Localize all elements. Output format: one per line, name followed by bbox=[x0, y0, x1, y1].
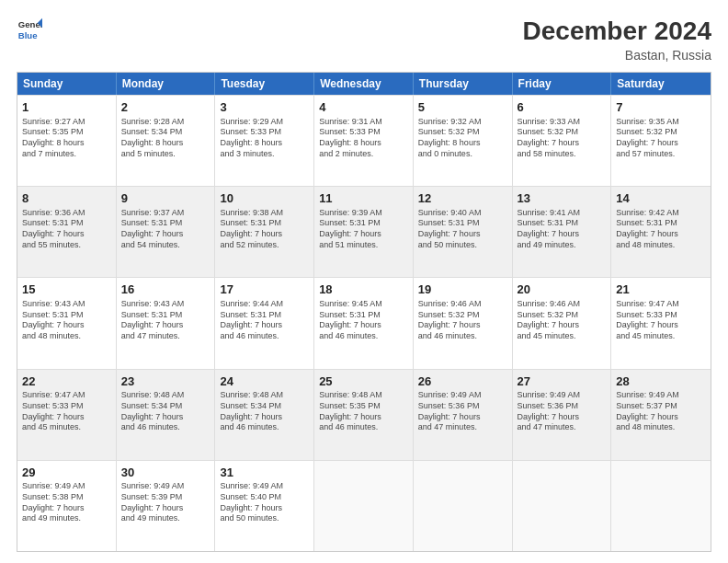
calendar-cell bbox=[611, 461, 711, 551]
calendar-row: 8Sunrise: 9:36 AMSunset: 5:31 PMDaylight… bbox=[17, 186, 711, 277]
day-number: 8 bbox=[22, 190, 111, 207]
logo-icon: General Blue bbox=[17, 17, 42, 42]
calendar-cell: 13Sunrise: 9:41 AMSunset: 5:31 PMDayligh… bbox=[513, 187, 612, 277]
cell-details: Sunrise: 9:44 AMSunset: 5:31 PMDaylight:… bbox=[220, 299, 309, 342]
day-number: 9 bbox=[121, 190, 210, 207]
weekday-header: Friday bbox=[513, 73, 612, 95]
calendar-cell: 25Sunrise: 9:48 AMSunset: 5:35 PMDayligh… bbox=[314, 370, 414, 460]
day-number: 14 bbox=[616, 190, 706, 207]
day-number: 21 bbox=[616, 282, 706, 298]
calendar-cell bbox=[314, 461, 414, 551]
cell-details: Sunrise: 9:40 AMSunset: 5:31 PMDaylight:… bbox=[418, 208, 507, 251]
day-number: 25 bbox=[319, 373, 408, 390]
cell-details: Sunrise: 9:28 AMSunset: 5:34 PMDaylight:… bbox=[121, 117, 210, 160]
cell-details: Sunrise: 9:36 AMSunset: 5:31 PMDaylight:… bbox=[22, 208, 111, 251]
day-number: 5 bbox=[418, 99, 507, 116]
cell-details: Sunrise: 9:45 AMSunset: 5:31 PMDaylight:… bbox=[319, 299, 408, 342]
calendar-cell: 28Sunrise: 9:49 AMSunset: 5:37 PMDayligh… bbox=[611, 370, 711, 460]
svg-text:Blue: Blue bbox=[18, 30, 38, 40]
calendar-cell: 16Sunrise: 9:43 AMSunset: 5:31 PMDayligh… bbox=[117, 278, 216, 368]
cell-details: Sunrise: 9:43 AMSunset: 5:31 PMDaylight:… bbox=[121, 299, 210, 342]
weekday-header: Monday bbox=[117, 73, 216, 95]
calendar: SundayMondayTuesdayWednesdayThursdayFrid… bbox=[17, 72, 711, 552]
cell-details: Sunrise: 9:46 AMSunset: 5:32 PMDaylight:… bbox=[418, 299, 507, 342]
cell-details: Sunrise: 9:38 AMSunset: 5:31 PMDaylight:… bbox=[220, 208, 309, 251]
cell-details: Sunrise: 9:49 AMSunset: 5:36 PMDaylight:… bbox=[518, 390, 607, 433]
calendar-cell: 30Sunrise: 9:49 AMSunset: 5:39 PMDayligh… bbox=[117, 461, 216, 551]
calendar-cell: 10Sunrise: 9:38 AMSunset: 5:31 PMDayligh… bbox=[215, 187, 314, 277]
cell-details: Sunrise: 9:48 AMSunset: 5:34 PMDaylight:… bbox=[121, 390, 210, 433]
cell-details: Sunrise: 9:49 AMSunset: 5:40 PMDaylight:… bbox=[220, 481, 309, 524]
weekday-header: Thursday bbox=[414, 73, 513, 95]
weekday-header: Wednesday bbox=[314, 73, 414, 95]
weekday-header: Tuesday bbox=[215, 73, 314, 95]
cell-details: Sunrise: 9:48 AMSunset: 5:35 PMDaylight:… bbox=[319, 390, 408, 433]
calendar-cell: 12Sunrise: 9:40 AMSunset: 5:31 PMDayligh… bbox=[414, 187, 513, 277]
cell-details: Sunrise: 9:35 AMSunset: 5:32 PMDaylight:… bbox=[616, 117, 706, 160]
cell-details: Sunrise: 9:47 AMSunset: 5:33 PMDaylight:… bbox=[616, 299, 706, 342]
cell-details: Sunrise: 9:49 AMSunset: 5:36 PMDaylight:… bbox=[418, 390, 507, 433]
calendar-cell: 6Sunrise: 9:33 AMSunset: 5:32 PMDaylight… bbox=[513, 96, 612, 186]
day-number: 28 bbox=[616, 373, 706, 390]
calendar-cell: 29Sunrise: 9:49 AMSunset: 5:38 PMDayligh… bbox=[17, 461, 117, 551]
day-number: 29 bbox=[22, 465, 111, 481]
day-number: 10 bbox=[220, 190, 309, 207]
calendar-cell: 7Sunrise: 9:35 AMSunset: 5:32 PMDaylight… bbox=[611, 96, 711, 186]
cell-details: Sunrise: 9:48 AMSunset: 5:34 PMDaylight:… bbox=[220, 390, 309, 433]
calendar-cell: 3Sunrise: 9:29 AMSunset: 5:33 PMDaylight… bbox=[215, 96, 314, 186]
cell-details: Sunrise: 9:47 AMSunset: 5:33 PMDaylight:… bbox=[22, 390, 111, 433]
calendar-cell: 22Sunrise: 9:47 AMSunset: 5:33 PMDayligh… bbox=[17, 370, 117, 460]
cell-details: Sunrise: 9:49 AMSunset: 5:37 PMDaylight:… bbox=[616, 390, 706, 433]
header: General Blue December 2024 Bastan, Russi… bbox=[17, 17, 711, 63]
cell-details: Sunrise: 9:27 AMSunset: 5:35 PMDaylight:… bbox=[22, 117, 111, 160]
calendar-cell: 17Sunrise: 9:44 AMSunset: 5:31 PMDayligh… bbox=[215, 278, 314, 368]
day-number: 20 bbox=[518, 282, 607, 298]
day-number: 7 bbox=[616, 99, 706, 116]
calendar-cell: 31Sunrise: 9:49 AMSunset: 5:40 PMDayligh… bbox=[215, 461, 314, 551]
weekday-header: Saturday bbox=[611, 73, 711, 95]
title-block: December 2024 Bastan, Russia bbox=[523, 17, 711, 63]
day-number: 22 bbox=[22, 373, 111, 390]
day-number: 3 bbox=[220, 99, 309, 116]
cell-details: Sunrise: 9:31 AMSunset: 5:33 PMDaylight:… bbox=[319, 117, 408, 160]
cell-details: Sunrise: 9:49 AMSunset: 5:38 PMDaylight:… bbox=[22, 481, 111, 524]
calendar-cell: 9Sunrise: 9:37 AMSunset: 5:31 PMDaylight… bbox=[117, 187, 216, 277]
day-number: 1 bbox=[22, 99, 111, 116]
calendar-cell: 23Sunrise: 9:48 AMSunset: 5:34 PMDayligh… bbox=[117, 370, 216, 460]
cell-details: Sunrise: 9:46 AMSunset: 5:32 PMDaylight:… bbox=[518, 299, 607, 342]
calendar-cell: 21Sunrise: 9:47 AMSunset: 5:33 PMDayligh… bbox=[611, 278, 711, 368]
svg-text:General: General bbox=[18, 19, 42, 29]
cell-details: Sunrise: 9:33 AMSunset: 5:32 PMDaylight:… bbox=[518, 117, 607, 160]
day-number: 16 bbox=[121, 282, 210, 298]
calendar-cell: 26Sunrise: 9:49 AMSunset: 5:36 PMDayligh… bbox=[414, 370, 513, 460]
calendar-header: SundayMondayTuesdayWednesdayThursdayFrid… bbox=[17, 73, 711, 95]
day-number: 31 bbox=[220, 465, 309, 481]
page: General Blue December 2024 Bastan, Russi… bbox=[0, 0, 728, 563]
day-number: 24 bbox=[220, 373, 309, 390]
day-number: 26 bbox=[418, 373, 507, 390]
cell-details: Sunrise: 9:49 AMSunset: 5:39 PMDaylight:… bbox=[121, 481, 210, 524]
calendar-cell: 20Sunrise: 9:46 AMSunset: 5:32 PMDayligh… bbox=[513, 278, 612, 368]
calendar-cell: 5Sunrise: 9:32 AMSunset: 5:32 PMDaylight… bbox=[414, 96, 513, 186]
day-number: 18 bbox=[319, 282, 408, 298]
cell-details: Sunrise: 9:43 AMSunset: 5:31 PMDaylight:… bbox=[22, 299, 111, 342]
day-number: 23 bbox=[121, 373, 210, 390]
day-number: 12 bbox=[418, 190, 507, 207]
month-title: December 2024 bbox=[523, 17, 711, 46]
calendar-row: 1Sunrise: 9:27 AMSunset: 5:35 PMDaylight… bbox=[17, 95, 711, 186]
day-number: 2 bbox=[121, 99, 210, 116]
weekday-header: Sunday bbox=[17, 73, 117, 95]
cell-details: Sunrise: 9:39 AMSunset: 5:31 PMDaylight:… bbox=[319, 208, 408, 251]
calendar-cell: 15Sunrise: 9:43 AMSunset: 5:31 PMDayligh… bbox=[17, 278, 117, 368]
location: Bastan, Russia bbox=[523, 48, 711, 63]
cell-details: Sunrise: 9:42 AMSunset: 5:31 PMDaylight:… bbox=[616, 208, 706, 251]
day-number: 15 bbox=[22, 282, 111, 298]
day-number: 13 bbox=[518, 190, 607, 207]
calendar-cell: 2Sunrise: 9:28 AMSunset: 5:34 PMDaylight… bbox=[117, 96, 216, 186]
calendar-row: 15Sunrise: 9:43 AMSunset: 5:31 PMDayligh… bbox=[17, 277, 711, 368]
day-number: 6 bbox=[518, 99, 607, 116]
cell-details: Sunrise: 9:29 AMSunset: 5:33 PMDaylight:… bbox=[220, 117, 309, 160]
calendar-cell: 18Sunrise: 9:45 AMSunset: 5:31 PMDayligh… bbox=[314, 278, 414, 368]
calendar-cell: 1Sunrise: 9:27 AMSunset: 5:35 PMDaylight… bbox=[17, 96, 117, 186]
day-number: 30 bbox=[121, 465, 210, 481]
